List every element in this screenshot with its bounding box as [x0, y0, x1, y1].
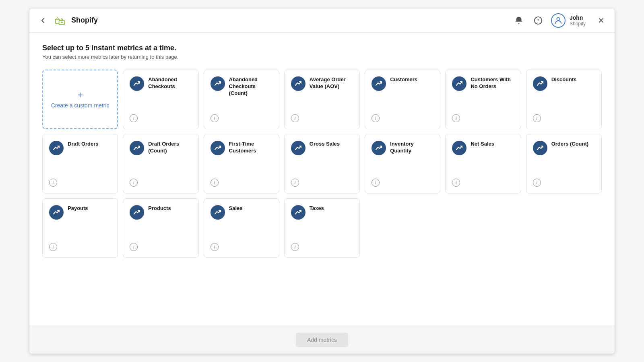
info-icon[interactable]: i: [49, 179, 57, 187]
create-custom-metric-card[interactable]: + Create a custom metric: [42, 70, 118, 129]
metric-card-inventory-quantity[interactable]: Inventory Quantity i: [365, 134, 440, 193]
trend-icon: [533, 141, 547, 155]
page-subheading: You can select more metrics later by ret…: [42, 54, 602, 60]
info-icon[interactable]: i: [291, 114, 299, 122]
info-icon[interactable]: i: [291, 243, 299, 251]
metric-card-discounts[interactable]: Discounts i: [526, 70, 602, 129]
metric-card-abandoned-checkouts-count[interactable]: Abandoned Checkouts (Count) i: [204, 70, 279, 129]
info-icon[interactable]: i: [211, 114, 219, 122]
notification-icon[interactable]: [512, 14, 525, 27]
info-icon[interactable]: i: [130, 179, 138, 187]
user-name: John: [570, 14, 586, 21]
header-left: 🛍 Shopify: [37, 13, 512, 28]
metric-card-payouts[interactable]: Payouts i: [42, 198, 118, 258]
info-icon[interactable]: i: [211, 179, 219, 187]
metric-name: Gross Sales: [310, 141, 353, 148]
trend-icon: [130, 141, 144, 155]
svg-text:?: ?: [537, 18, 539, 23]
close-button[interactable]: ✕: [595, 15, 607, 26]
trend-icon: [452, 141, 466, 155]
info-icon[interactable]: i: [452, 114, 460, 122]
metric-card-draft-orders-count[interactable]: Draft Orders (Count) i: [123, 134, 198, 193]
metric-name: Draft Orders (Count): [148, 141, 192, 154]
app-window: 🛍 Shopify ?: [29, 8, 615, 354]
metric-name: Customers: [390, 76, 433, 83]
metric-name: Taxes: [310, 205, 353, 212]
metric-card-first-time-customers[interactable]: First-Time Customers i: [204, 134, 279, 193]
trend-icon: [49, 141, 64, 155]
help-icon[interactable]: ?: [532, 14, 545, 27]
trend-icon: [211, 141, 225, 155]
metric-name: Customers With No Orders: [471, 76, 514, 90]
metric-name: Net Sales: [471, 141, 514, 148]
metric-card-draft-orders[interactable]: Draft Orders i: [42, 134, 118, 193]
info-icon[interactable]: i: [452, 179, 460, 187]
svg-point-4: [557, 17, 559, 20]
trend-icon: [452, 76, 466, 91]
metric-card-customers-no-orders[interactable]: Customers With No Orders i: [445, 70, 521, 129]
footer: Add metrics: [29, 326, 615, 354]
shopify-logo-icon: 🛍: [53, 13, 67, 28]
create-plus-icon: +: [77, 90, 83, 100]
metric-name: Discounts: [551, 76, 595, 83]
metrics-grid-row3: Payouts i Products i: [42, 198, 602, 258]
page-heading: Select up to 5 instant metrics at a time…: [42, 44, 602, 52]
trend-icon: [372, 76, 386, 91]
user-avatar: [551, 13, 566, 28]
trend-icon: [291, 205, 305, 220]
metric-name: Orders (Count): [551, 141, 595, 148]
trend-icon: [130, 205, 144, 220]
info-icon[interactable]: i: [372, 114, 380, 122]
metric-name: First-Time Customers: [229, 141, 272, 154]
trend-icon: [211, 205, 225, 220]
svg-text:🛍: 🛍: [54, 15, 65, 27]
metric-card-gross-sales[interactable]: Gross Sales i: [284, 134, 360, 193]
metrics-grid-row1: + Create a custom metric Abandoned Check…: [42, 70, 602, 129]
metric-card-net-sales[interactable]: Net Sales i: [445, 134, 521, 193]
add-metrics-button[interactable]: Add metrics: [296, 333, 348, 347]
metric-name: Inventory Quantity: [390, 141, 433, 154]
create-label: Create a custom metric: [51, 102, 109, 109]
header-right: ? John Shopify ✕: [512, 13, 607, 28]
metric-card-aov[interactable]: Average Order Value (AOV) i: [284, 70, 360, 129]
trend-icon: [372, 141, 386, 155]
metric-card-sales[interactable]: Sales i: [204, 198, 279, 258]
info-icon[interactable]: i: [533, 114, 541, 122]
metric-name: Sales: [229, 205, 272, 212]
metric-name: Abandoned Checkouts: [148, 76, 192, 90]
metric-name: Payouts: [68, 205, 111, 212]
trend-icon: [130, 76, 144, 91]
metric-card-products[interactable]: Products i: [123, 198, 198, 258]
metric-name: Abandoned Checkouts (Count): [229, 76, 272, 97]
user-info: John Shopify: [570, 14, 586, 27]
trend-icon: [291, 76, 305, 91]
info-icon[interactable]: i: [291, 179, 299, 187]
trend-icon: [533, 76, 547, 91]
user-store: Shopify: [570, 21, 586, 27]
metrics-grid-row2: Draft Orders i Draft Orders (Count): [42, 134, 602, 193]
trend-icon: [49, 205, 64, 220]
app-title: Shopify: [71, 16, 98, 25]
trend-icon: [291, 141, 305, 155]
info-icon[interactable]: i: [211, 243, 219, 251]
metric-name: Draft Orders: [68, 141, 111, 148]
info-icon[interactable]: i: [130, 243, 138, 251]
metric-card-customers[interactable]: Customers i: [365, 70, 440, 129]
metric-card-orders-count[interactable]: Orders (Count) i: [526, 134, 602, 193]
metric-name: Products: [148, 205, 192, 212]
user-area[interactable]: John Shopify: [551, 13, 586, 28]
content-area: Select up to 5 instant metrics at a time…: [29, 33, 615, 326]
info-icon[interactable]: i: [49, 243, 57, 251]
trend-icon: [211, 76, 225, 91]
header: 🛍 Shopify ?: [29, 8, 615, 33]
info-icon[interactable]: i: [372, 179, 380, 187]
info-icon[interactable]: i: [533, 179, 541, 187]
metric-card-abandoned-checkouts[interactable]: Abandoned Checkouts i: [123, 70, 198, 129]
back-button[interactable]: [37, 15, 49, 26]
metric-card-taxes[interactable]: Taxes i: [284, 198, 360, 258]
info-icon[interactable]: i: [130, 114, 138, 122]
metric-name: Average Order Value (AOV): [310, 76, 353, 90]
